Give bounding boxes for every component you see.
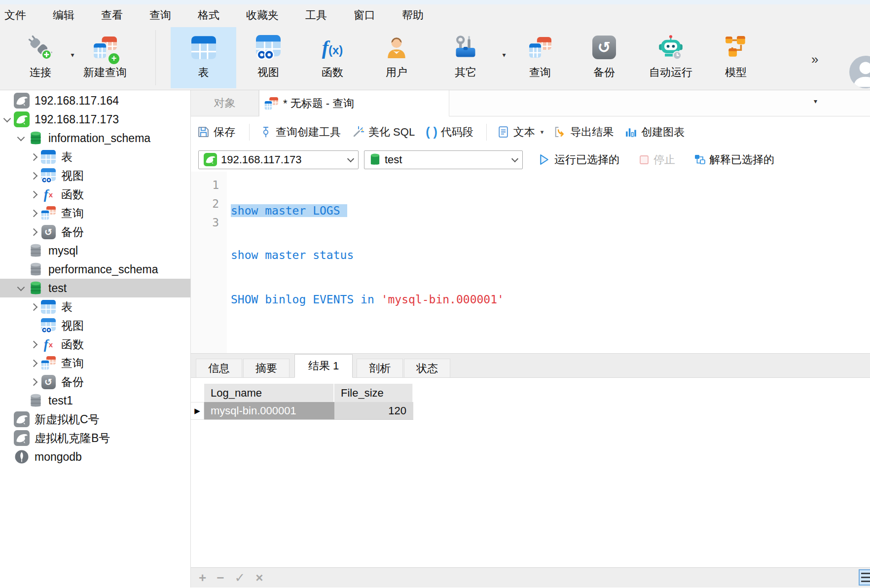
user-avatar[interactable] (849, 56, 870, 88)
connection-combo[interactable]: 192.168.117.173 (198, 150, 359, 169)
create-chart-button[interactable]: 创建图表 (624, 125, 685, 140)
others-dropdown-icon[interactable]: ▾ (498, 27, 510, 59)
cell-log-name[interactable]: mysql-bin.000001 (204, 402, 334, 420)
database-combo[interactable]: test (364, 150, 523, 169)
tree-item-views[interactable]: 视图 (0, 316, 190, 335)
chevron-right-icon[interactable] (28, 154, 39, 160)
connection-button[interactable]: 连接 (15, 27, 66, 88)
menu-file[interactable]: 文件 (0, 8, 39, 23)
new-query-button[interactable]: + 新建查询 (79, 27, 131, 88)
tree-item-functions[interactable]: fx 函数 (0, 185, 190, 204)
queries-button[interactable]: 查询 (510, 27, 570, 88)
views-button[interactable]: 视图 (236, 27, 300, 88)
navicat-window: 文件 编辑 查看 查询 格式 收藏夹 工具 窗口 帮助 (0, 0, 870, 588)
menu-favorites[interactable]: 收藏夹 (233, 8, 292, 23)
tree-item-backups[interactable]: ↺ 备份 (0, 222, 190, 241)
chevron-right-icon[interactable] (28, 211, 39, 216)
tree-item-connection-mongodb[interactable]: mongodb (0, 447, 190, 466)
dropdown-arrow-icon[interactable]: ▾ (541, 128, 544, 136)
tab-result1[interactable]: 结果 1 (294, 354, 353, 378)
chevron-down-icon[interactable] (15, 137, 27, 140)
tab-status[interactable]: 状态 (404, 359, 450, 377)
chevron-down-icon[interactable] (1, 118, 13, 121)
query-toolbar: 保存 查询创建工具 (191, 116, 870, 147)
toolbar-overflow-icon[interactable]: » (811, 52, 818, 67)
chevron-right-icon[interactable] (28, 379, 39, 385)
tree-item-backups[interactable]: ↺ 备份 (0, 372, 190, 391)
export-result-button[interactable]: 导出结果 (553, 125, 614, 140)
tables-icon (39, 300, 57, 314)
mongodb-connection-icon (13, 449, 31, 464)
line-number: 3 (191, 213, 227, 232)
tree-item-tables[interactable]: 表 (0, 297, 190, 316)
tree-item-tables[interactable]: 表 (0, 147, 190, 166)
run-selected-button[interactable]: 运行已选择的 (537, 152, 619, 167)
sql-code[interactable]: show master LOGS show master status SHOW… (227, 172, 504, 353)
chevron-down-icon[interactable] (15, 287, 27, 290)
query-builder-icon (259, 126, 272, 139)
tab-objects[interactable]: 对象 (191, 90, 259, 116)
chevron-right-icon[interactable] (28, 342, 39, 347)
chevron-right-icon[interactable] (28, 304, 39, 310)
tree-item-label: 备份 (61, 224, 84, 240)
toolbar-overflow-dropdown-icon[interactable]: ▾ (814, 97, 817, 105)
connection-dropdown-icon[interactable]: ▾ (66, 27, 79, 59)
column-header-log-name[interactable]: Log_name (204, 384, 334, 402)
cell-file-size[interactable]: 120 (334, 402, 413, 420)
chevron-right-icon[interactable] (28, 173, 39, 179)
tree-item-test1-db[interactable]: test1 (0, 391, 190, 410)
chevron-right-icon[interactable] (28, 361, 39, 366)
tree-item-performance-schema[interactable]: performance_schema (0, 260, 190, 279)
automation-button[interactable]: 自动运行 (639, 27, 703, 88)
database-icon (27, 262, 44, 277)
queries-icon (39, 206, 57, 220)
discard-changes-button[interactable]: × (255, 571, 263, 584)
model-icon (724, 32, 748, 63)
menu-edit[interactable]: 编辑 (39, 8, 88, 23)
beautify-sql-button[interactable]: 美化 SQL (352, 125, 415, 140)
tab-profile[interactable]: 剖析 (357, 359, 403, 377)
grid-view-toggle[interactable] (859, 569, 870, 586)
menu-window[interactable]: 窗口 (340, 8, 389, 23)
tree-item-queries[interactable]: 查询 (0, 354, 190, 372)
menu-query[interactable]: 查询 (136, 8, 184, 23)
query-builder-button[interactable]: 查询创建工具 (259, 125, 341, 140)
sql-editor[interactable]: 1 2 3 show master LOGS show master statu… (191, 172, 870, 353)
tree-item-mysql-db[interactable]: mysql (0, 241, 190, 260)
table-row[interactable]: ▶ mysql-bin.000001 120 (191, 402, 413, 420)
tree-item-test-db[interactable]: test (0, 279, 190, 297)
toolbar-label: 自动运行 (649, 65, 692, 80)
code-snippet-button[interactable]: 代码段 (426, 125, 473, 140)
tree-item-connection-vm-b[interactable]: 虚拟机克隆B号 (0, 429, 190, 447)
chevron-right-icon[interactable] (28, 229, 39, 235)
delete-record-button[interactable]: − (217, 571, 224, 584)
plus-badge-icon: + (108, 52, 120, 65)
save-button[interactable]: 保存 (197, 125, 235, 140)
chevron-right-icon[interactable] (28, 192, 39, 197)
tables-button[interactable]: 表 (171, 27, 236, 88)
text-view-button[interactable]: 文本 ▾ (497, 125, 544, 140)
menu-help[interactable]: 帮助 (389, 8, 437, 23)
others-button[interactable]: 其它 (434, 27, 498, 88)
model-button[interactable]: 模型 (703, 27, 769, 88)
tree-item-views[interactable]: 视图 (0, 166, 190, 185)
menu-view[interactable]: 查看 (88, 8, 136, 23)
backup-button[interactable]: ↺ 备份 (570, 27, 639, 88)
tab-summary[interactable]: 摘要 (243, 359, 290, 377)
tree-item-connection-173[interactable]: 192.168.117.173 (0, 110, 190, 129)
explain-selected-button[interactable]: 解释已选择的 (693, 152, 774, 167)
tree-item-queries[interactable]: 查询 (0, 204, 190, 222)
tree-item-connection-vm-c[interactable]: 新虚拟机C号 (0, 410, 190, 429)
functions-button[interactable]: f(x) 函数 (300, 27, 364, 88)
column-header-file-size[interactable]: File_size (334, 384, 413, 402)
menu-tools[interactable]: 工具 (292, 8, 340, 23)
tree-item-functions[interactable]: fx 函数 (0, 335, 190, 354)
tree-item-connection-164[interactable]: 192.168.117.164 (0, 91, 190, 110)
tab-info[interactable]: 信息 (196, 359, 242, 377)
tree-item-information-schema[interactable]: information_schema (0, 129, 190, 147)
menu-format[interactable]: 格式 (184, 8, 233, 23)
tab-untitled-query[interactable]: * 无标题 - 查询 (259, 90, 449, 116)
add-record-button[interactable]: + (199, 571, 206, 584)
apply-changes-button[interactable]: ✓ (234, 571, 245, 584)
users-button[interactable]: 用户 (364, 27, 429, 88)
